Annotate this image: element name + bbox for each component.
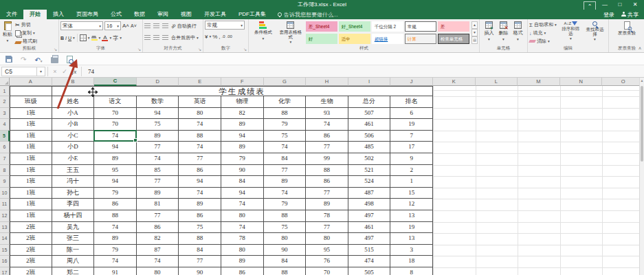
- cell-A15[interactable]: 2班: [10, 245, 52, 256]
- column-header-H[interactable]: H: [306, 78, 348, 86]
- italic-button[interactable]: I: [65, 36, 67, 41]
- underline-button[interactable]: U: [68, 36, 71, 41]
- cell-D9[interactable]: 77: [137, 176, 179, 188]
- cell-style-chip-8[interactable]: 计算: [405, 34, 436, 44]
- header-cell-数学[interactable]: 数学: [137, 96, 179, 108]
- cell-J17[interactable]: 8: [390, 267, 433, 275]
- header-cell-姓名[interactable]: 姓名: [52, 96, 95, 108]
- column-header-C[interactable]: C: [94, 78, 137, 86]
- cell-D12[interactable]: 77: [137, 210, 179, 222]
- accounting-format-button[interactable]: ¥: [205, 34, 208, 40]
- cell-J5[interactable]: 7: [390, 131, 433, 142]
- align-center-icon[interactable]: [153, 34, 161, 41]
- cell-B10[interactable]: 孙七: [52, 188, 95, 199]
- cell-F16[interactable]: 89: [221, 256, 264, 267]
- column-header-M[interactable]: M: [518, 78, 560, 86]
- cell-G16[interactable]: 84: [264, 256, 307, 267]
- close-button[interactable]: ✕: [629, 0, 641, 9]
- font-name-combo[interactable]: 宋体▾: [60, 21, 103, 30]
- cell-E3[interactable]: 80: [179, 108, 221, 120]
- cell-I4[interactable]: 461: [348, 119, 391, 131]
- cell-I13[interactable]: 461: [348, 222, 391, 234]
- font-dialog-launcher[interactable]: ↘: [137, 47, 141, 52]
- column-header-E[interactable]: E: [179, 78, 221, 86]
- column-header-O[interactable]: O: [602, 78, 639, 86]
- cell-H15[interactable]: 95: [306, 245, 348, 256]
- increase-decimal-button[interactable]: .0: [222, 34, 225, 38]
- cell-F17[interactable]: 86: [221, 267, 264, 275]
- column-header-D[interactable]: D: [137, 78, 179, 86]
- cell-D4[interactable]: 75: [137, 119, 179, 131]
- font-color-button[interactable]: A: [102, 35, 108, 41]
- cut-button[interactable]: ✂剪切: [15, 21, 37, 29]
- cell-style-chip-4[interactable]: 差: [438, 21, 469, 32]
- tab-公式[interactable]: 公式: [104, 10, 128, 19]
- cell-G11[interactable]: 79: [264, 199, 307, 210]
- alignment-dialog-launcher[interactable]: ↘: [198, 47, 201, 52]
- column-header-A[interactable]: A: [10, 78, 52, 86]
- tab-页面布局[interactable]: 页面布局: [70, 10, 104, 19]
- cell-F9[interactable]: 84: [221, 176, 264, 188]
- cell-B17[interactable]: 郑二: [52, 267, 95, 275]
- header-cell-班级[interactable]: 班级: [10, 96, 52, 108]
- cell-H4[interactable]: 74: [306, 119, 348, 131]
- cell-G4[interactable]: 79: [264, 119, 307, 131]
- shrink-font-button[interactable]: A˅: [131, 23, 137, 28]
- row-header-3[interactable]: 3: [0, 108, 10, 120]
- number-format-combo[interactable]: 常规▾: [205, 21, 245, 30]
- cell-H6[interactable]: 77: [306, 142, 348, 153]
- cell-C3[interactable]: 70: [94, 108, 137, 120]
- cell-G14[interactable]: 80: [264, 233, 307, 245]
- tab-插入[interactable]: 插入: [47, 10, 70, 19]
- cell-D7[interactable]: 74: [137, 153, 179, 165]
- cell-style-chip-0[interactable]: 差_Sheet4: [306, 21, 337, 32]
- cell-H14[interactable]: 80: [306, 233, 348, 245]
- tab-开发工具[interactable]: 开发工具: [198, 10, 232, 19]
- cell-G12[interactable]: 88: [264, 210, 307, 222]
- scrollbar-thumb[interactable]: [641, 86, 643, 162]
- cell-A16[interactable]: 2班: [10, 256, 52, 267]
- cell-style-chip-9[interactable]: 检查单元格: [438, 34, 469, 44]
- cell-C17[interactable]: 91: [94, 267, 137, 275]
- header-cell-物理[interactable]: 物理: [221, 96, 264, 108]
- minimize-button[interactable]: —: [599, 0, 611, 9]
- cell-E10[interactable]: 74: [179, 188, 221, 199]
- cell-C11[interactable]: 86: [94, 199, 137, 210]
- cell-C7[interactable]: 89: [94, 153, 137, 165]
- cell-D10[interactable]: 89: [137, 188, 179, 199]
- cell-D17[interactable]: 80: [137, 267, 179, 275]
- merge-center-button[interactable]: 合并后居中: [171, 34, 195, 41]
- cell-E8[interactable]: 86: [179, 165, 221, 177]
- cell-H12[interactable]: 78: [306, 210, 348, 222]
- cell-E11[interactable]: 89: [179, 199, 221, 210]
- cell-A5[interactable]: 1班: [10, 131, 52, 142]
- clipboard-dialog-launcher[interactable]: ↘: [54, 47, 57, 52]
- cell-I8[interactable]: 521: [348, 165, 391, 177]
- header-cell-排名[interactable]: 排名: [390, 96, 433, 108]
- tell-me-box[interactable]: 告诉我您想要做什么...: [272, 10, 344, 19]
- delete-cells-button[interactable]: ✕删除▾: [498, 21, 510, 42]
- scroll-up-arrow-icon[interactable]: ▲: [640, 78, 644, 85]
- percent-style-button[interactable]: %: [212, 34, 217, 40]
- gallery-more-button[interactable]: ▤: [471, 36, 478, 44]
- cell-B3[interactable]: 小A: [52, 108, 95, 120]
- cell-A13[interactable]: 2班: [10, 222, 52, 234]
- cell-style-chip-3[interactable]: 常规: [405, 21, 436, 32]
- select-all-corner[interactable]: [0, 78, 10, 86]
- cell-F15[interactable]: 80: [221, 245, 264, 256]
- paste-button[interactable]: 粘贴▾: [1, 21, 14, 45]
- align-left-icon[interactable]: [144, 34, 152, 41]
- tab-开始[interactable]: 开始: [23, 10, 47, 19]
- cell-I7[interactable]: 502: [348, 153, 391, 165]
- cell-D13[interactable]: 86: [137, 222, 179, 234]
- sheet-title-cell[interactable]: 学生成绩表: [52, 86, 433, 96]
- align-bottom-icon[interactable]: [162, 23, 170, 30]
- cell-E9[interactable]: 94: [179, 176, 221, 188]
- cell-I14[interactable]: 497: [348, 233, 391, 245]
- invoice-check-button[interactable]: 发票查验: [610, 21, 643, 36]
- row-header-12[interactable]: 12: [0, 210, 10, 222]
- cell-D15[interactable]: 87: [137, 245, 179, 256]
- cell-style-chip-2[interactable]: 千位分隔 2: [372, 21, 403, 32]
- cell-F5[interactable]: 94: [221, 131, 264, 142]
- name-box-dropdown[interactable]: ▾: [37, 67, 45, 76]
